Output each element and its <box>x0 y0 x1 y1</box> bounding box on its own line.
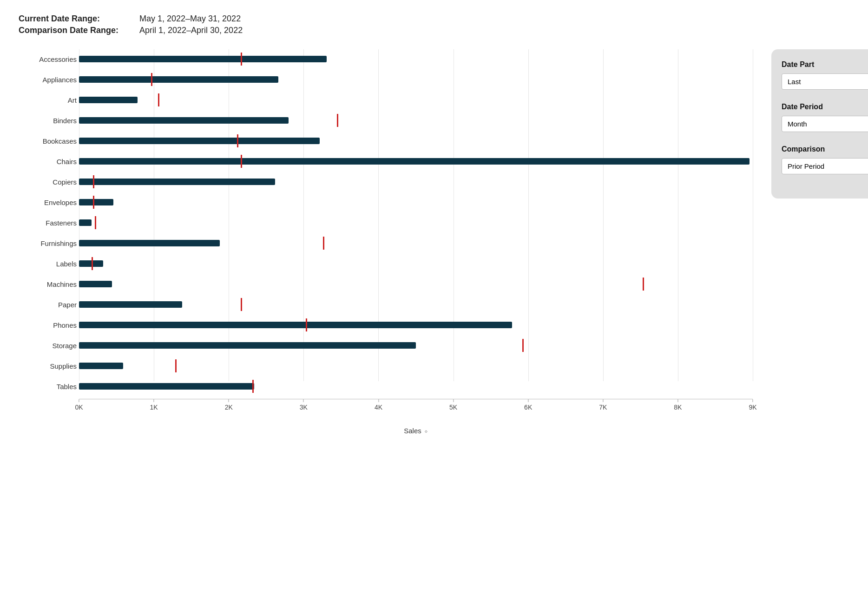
x-tick-line <box>603 399 603 402</box>
comparison-tick <box>323 237 324 250</box>
comparison-date-label: Comparison Date Range: <box>19 26 139 35</box>
bar-fill <box>79 97 138 103</box>
x-tick-line <box>677 399 678 402</box>
comparison-tick <box>252 380 254 393</box>
bar-fill <box>79 219 92 226</box>
sort-icon[interactable]: ⬦ <box>424 427 428 434</box>
x-axis: 0K1K2K3K4K5K6K7K8K9K <box>79 399 753 413</box>
comparison-tick <box>643 278 644 291</box>
x-tick: 0K <box>75 399 83 411</box>
comparison-tick <box>175 359 177 372</box>
x-tick: 5K <box>449 399 457 411</box>
table-row: Supplies <box>79 356 753 376</box>
date-period-select[interactable]: Month Week Quarter Year <box>782 116 868 132</box>
x-axis-label-text: Sales <box>404 427 421 435</box>
x-tick: 3K <box>300 399 308 411</box>
y-axis-label: Chairs <box>19 158 77 165</box>
chart-area: AccessoriesAppliancesArtBindersBookcases… <box>19 49 753 463</box>
x-tick-label: 4K <box>375 404 382 411</box>
x-tick-label: 9K <box>749 404 756 411</box>
bar-fill <box>79 240 220 246</box>
comparison-section: Comparison Prior Period Prior Year Custo… <box>782 145 868 174</box>
y-axis-label: Furnishings <box>19 239 77 247</box>
x-tick-label: 7K <box>599 404 607 411</box>
table-row: Labels <box>79 254 753 273</box>
x-tick-line <box>303 399 304 402</box>
bar-fill <box>79 138 320 144</box>
bar-fill <box>79 281 112 287</box>
comparison-tick <box>95 216 96 229</box>
x-tick-label: 5K <box>449 404 457 411</box>
table-row: Paper <box>79 295 753 314</box>
x-tick: 7K <box>599 399 607 411</box>
x-tick-line <box>79 399 79 402</box>
table-row: Furnishings <box>79 233 753 253</box>
y-axis-label: Appliances <box>19 76 77 84</box>
y-axis-label: Tables <box>19 383 77 391</box>
sidebar-panel: Date Part ↖ Date Period Month Week Quart… <box>771 49 868 199</box>
x-tick: 2K <box>225 399 233 411</box>
bar-fill <box>79 301 182 308</box>
table-row: Phones <box>79 315 753 335</box>
current-date-value: May 1, 2022–May 31, 2022 <box>139 14 241 24</box>
comparison-tick <box>306 318 307 331</box>
x-tick-line <box>753 399 753 402</box>
comparison-title: Comparison <box>782 145 868 153</box>
date-part-section: Date Part ↖ <box>782 60 868 90</box>
table-row: Envelopes <box>79 192 753 212</box>
bar-fill <box>79 179 275 185</box>
bar-fill <box>79 342 416 349</box>
x-tick: 1K <box>150 399 158 411</box>
y-axis-label: Storage <box>19 342 77 350</box>
y-axis-label: Fasteners <box>19 219 77 227</box>
bar-fill <box>79 158 750 165</box>
date-part-title: Date Part <box>782 60 868 69</box>
table-row: Storage <box>79 336 753 355</box>
y-axis-label: Paper <box>19 301 77 309</box>
x-tick-line <box>528 399 528 402</box>
x-tick-line <box>378 399 379 402</box>
comparison-tick <box>92 257 93 270</box>
comparison-tick <box>337 114 338 127</box>
date-period-section: Date Period Month Week Quarter Year ▼ <box>782 103 868 132</box>
date-part-input[interactable] <box>782 73 868 90</box>
bar-fill <box>79 199 113 205</box>
table-row: Copiers <box>79 172 753 192</box>
x-tick-label: 8K <box>674 404 682 411</box>
chart-container: AccessoriesAppliancesArtBindersBookcases… <box>19 49 753 463</box>
y-axis-label: Accessories <box>19 55 77 63</box>
y-axis-label: Phones <box>19 321 77 329</box>
y-axis-label: Envelopes <box>19 199 77 206</box>
comparison-select[interactable]: Prior Period Prior Year Custom <box>782 158 868 174</box>
date-period-title: Date Period <box>782 103 868 111</box>
date-part-input-wrapper: ↖ <box>782 73 868 90</box>
table-row: Appliances <box>79 70 753 89</box>
bar-fill <box>79 363 123 369</box>
bar-fill <box>79 56 327 62</box>
x-tick-label: 1K <box>150 404 158 411</box>
date-period-select-wrapper: Month Week Quarter Year ▼ <box>782 116 868 132</box>
bar-fill <box>79 383 254 390</box>
table-row: Chairs <box>79 152 753 171</box>
x-tick: 8K <box>674 399 682 411</box>
table-row: Bookcases <box>79 131 753 151</box>
comparison-tick <box>241 53 242 66</box>
comparison-tick <box>237 134 238 147</box>
y-axis-label: Machines <box>19 280 77 288</box>
comparison-tick <box>241 298 242 311</box>
comparison-date-value: April 1, 2022–April 30, 2022 <box>139 26 243 35</box>
x-tick-label: 6K <box>524 404 532 411</box>
y-axis-label: Binders <box>19 117 77 125</box>
y-axis-label: Labels <box>19 260 77 268</box>
table-row: Tables <box>79 377 753 396</box>
comparison-tick <box>151 73 152 86</box>
table-row: Accessories <box>79 49 753 69</box>
bar-fill <box>79 117 289 124</box>
table-row: Machines <box>79 274 753 294</box>
comparison-select-wrapper: Prior Period Prior Year Custom ▼ <box>782 158 868 174</box>
x-axis-label: Sales ⬦ <box>79 427 753 435</box>
x-tick-line <box>229 399 229 402</box>
table-row: Fasteners <box>79 213 753 232</box>
x-tick-line <box>453 399 454 402</box>
grid-line <box>753 49 753 381</box>
